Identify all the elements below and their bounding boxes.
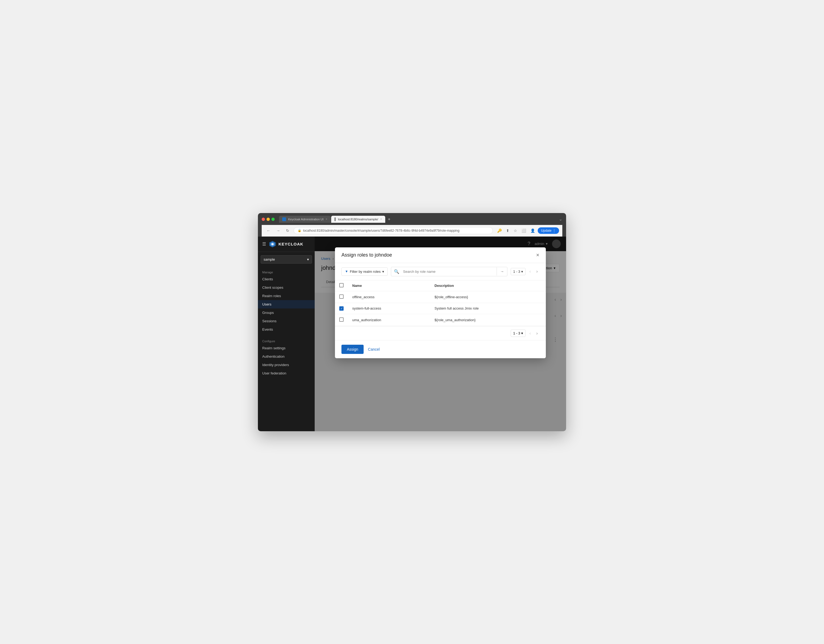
modal-next-page-button[interactable]: › xyxy=(535,268,539,275)
row3-description: ${role_uma_authorization} xyxy=(430,314,546,326)
modal-toolbar: ▼ Filter by realm roles ▾ 🔍 → 1 - 3 xyxy=(335,263,546,280)
roles-table: Name Description offline_access ${role_o… xyxy=(335,280,546,326)
tab-favicon-1 xyxy=(282,217,286,221)
row2-checkbox-cell xyxy=(335,303,348,314)
window-expand-icon[interactable]: ⌄ xyxy=(559,217,562,222)
new-tab-button[interactable]: + xyxy=(386,216,392,223)
sidebar-item-users[interactable]: Users xyxy=(258,300,315,309)
sidebar-item-authentication[interactable]: Authentication xyxy=(258,352,315,361)
table-row: uma_authorization ${role_uma_authorizati… xyxy=(335,314,546,326)
row2-checkbox[interactable] xyxy=(339,306,344,310)
update-button[interactable]: Update ⋮ xyxy=(538,227,559,234)
bookmark-icon[interactable]: ☆ xyxy=(512,227,519,234)
pagination-arrow-icon: ▾ xyxy=(521,269,523,274)
modal-footer-pagination: 1 - 3 ▾ ‹ › xyxy=(335,326,546,340)
sidebar-manage-section: Manage Clients Client scopes Realm roles… xyxy=(258,267,315,336)
profile-icon[interactable]: 👤 xyxy=(529,227,537,234)
window-icon[interactable]: ⬜ xyxy=(520,227,528,234)
modal-actions: Assign Cancel xyxy=(335,340,546,358)
sidebar-item-realm-roles[interactable]: Realm roles xyxy=(258,292,315,300)
modal-prev-page-button[interactable]: ‹ xyxy=(528,268,532,275)
sidebar-item-realm-settings[interactable]: Realm settings xyxy=(258,344,315,352)
search-go-button[interactable]: → xyxy=(497,267,507,275)
sidebar-label-sessions: Sessions xyxy=(262,319,277,323)
footer-next-page-button[interactable]: › xyxy=(535,330,539,337)
sidebar-label-identity-providers: Identity providers xyxy=(262,363,289,367)
sidebar-item-groups[interactable]: Groups xyxy=(258,309,315,317)
pagination-range-selector[interactable]: 1 - 3 ▾ xyxy=(511,268,526,275)
share-icon[interactable]: ⬆ xyxy=(504,227,511,234)
assign-button[interactable]: Assign xyxy=(341,345,364,354)
sidebar-item-sessions[interactable]: Sessions xyxy=(258,317,315,325)
back-button[interactable]: ← xyxy=(265,227,272,234)
maximize-traffic-light[interactable] xyxy=(271,218,275,221)
keycloak-logo-icon xyxy=(269,240,276,248)
tab-label-2: localhost:8180/realms/sample/ xyxy=(338,218,378,221)
update-label: Update xyxy=(541,229,552,232)
configure-section-label: Configure xyxy=(258,338,315,344)
sidebar-item-clients[interactable]: Clients xyxy=(258,275,315,283)
app-layout: ☰ KEYCLOAK sample ▾ Manage xyxy=(258,237,566,431)
cancel-button[interactable]: Cancel xyxy=(367,345,381,354)
tab-label-1: Keycloak Administration UI xyxy=(288,218,324,221)
close-traffic-light[interactable] xyxy=(262,218,265,221)
row1-description: ${role_offline-access} xyxy=(430,291,546,303)
key-icon[interactable]: 🔑 xyxy=(495,227,503,234)
modal-header: Assign roles to johndoe × xyxy=(335,247,546,263)
minimize-traffic-light[interactable] xyxy=(267,218,270,221)
pagination-range: 1 - 3 xyxy=(513,269,520,274)
table-header: Name Description xyxy=(335,280,546,291)
sidebar-label-user-federation: User federation xyxy=(262,371,286,375)
select-all-checkbox[interactable] xyxy=(339,283,344,287)
footer-prev-page-button[interactable]: ‹ xyxy=(528,330,532,337)
tab-close-2[interactable]: × xyxy=(380,218,382,221)
row3-checkbox[interactable] xyxy=(339,317,344,322)
sidebar-item-identity-providers[interactable]: Identity providers xyxy=(258,361,315,369)
forward-button[interactable]: → xyxy=(275,227,282,234)
sidebar-label-clients: Clients xyxy=(262,277,273,281)
hamburger-icon[interactable]: ☰ xyxy=(262,241,266,247)
footer-pagination-range: 1 - 3 xyxy=(513,331,520,335)
footer-pagination-range-selector[interactable]: 1 - 3 ▾ xyxy=(511,330,526,337)
browser-tab-keycloak[interactable]: Keycloak Administration UI × xyxy=(279,216,331,223)
tab-close-1[interactable]: × xyxy=(326,218,327,221)
filter-by-realm-roles-button[interactable]: ▼ Filter by realm roles ▾ xyxy=(341,267,388,276)
row3-checkbox-cell xyxy=(335,314,348,326)
modal-title: Assign roles to johndoe xyxy=(341,252,392,258)
table-row: offline_access ${role_offline-access} xyxy=(335,291,546,303)
table-body: offline_access ${role_offline-access} sy… xyxy=(335,291,546,326)
realm-arrow-icon: ▾ xyxy=(307,257,309,261)
main-area: ? admin ▾ Users › User details johndoe xyxy=(315,237,566,431)
row1-checkbox-cell xyxy=(335,291,348,303)
search-icon: 🔍 xyxy=(391,267,402,276)
address-bar[interactable]: 🔒 localhost:8180/admin/master/console/#/… xyxy=(294,227,493,234)
browser-window: Keycloak Administration UI × localhost:8… xyxy=(258,213,566,431)
sidebar-configure-section: Configure Realm settings Authentication … xyxy=(258,336,315,380)
sidebar-label-groups: Groups xyxy=(262,310,274,315)
name-column-header: Name xyxy=(348,280,430,291)
sidebar-item-client-scopes[interactable]: Client scopes xyxy=(258,283,315,292)
footer-pagination-arrow-icon: ▾ xyxy=(521,331,523,335)
table-row: system-full-access System full access Jm… xyxy=(335,303,546,314)
browser-toolbar: ← → ↻ 🔒 localhost:8180/admin/master/cons… xyxy=(262,225,562,237)
modal-close-button[interactable]: × xyxy=(536,252,539,258)
browser-tab-localhost[interactable]: localhost:8180/realms/sample/ × xyxy=(331,216,385,223)
keycloak-logo-text: KEYCLOAK xyxy=(278,242,303,246)
realm-select-button[interactable]: sample ▾ xyxy=(261,255,312,264)
row1-name: offline_access xyxy=(348,291,430,303)
search-input[interactable] xyxy=(402,267,497,275)
sidebar-item-user-federation[interactable]: User federation xyxy=(258,369,315,377)
toolbar-actions: 🔑 ⬆ ☆ ⬜ 👤 Update ⋮ xyxy=(495,227,559,234)
browser-chrome: Keycloak Administration UI × localhost:8… xyxy=(258,213,566,237)
row2-name: system-full-access xyxy=(348,303,430,314)
sidebar-item-events[interactable]: Events xyxy=(258,325,315,334)
row3-name: uma_authorization xyxy=(348,314,430,326)
pagination-info: 1 - 3 ▾ ‹ › xyxy=(511,268,539,275)
refresh-button[interactable]: ↻ xyxy=(284,227,291,234)
sidebar-label-realm-settings: Realm settings xyxy=(262,346,286,350)
assign-roles-modal: Assign roles to johndoe × ▼ Filter by re… xyxy=(335,247,546,358)
logo-area: KEYCLOAK xyxy=(269,240,303,248)
realm-selector[interactable]: sample ▾ xyxy=(261,255,312,264)
search-wrapper: 🔍 → xyxy=(391,267,507,276)
row1-checkbox[interactable] xyxy=(339,294,344,299)
